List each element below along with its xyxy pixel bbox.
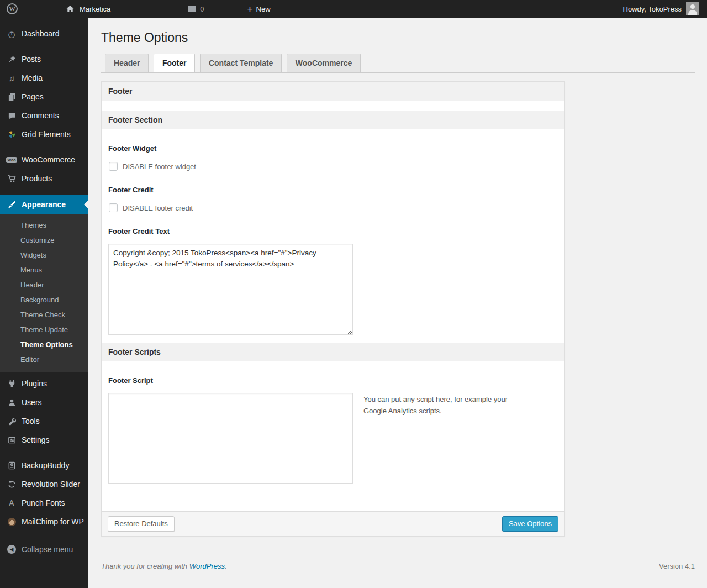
disable-footer-credit-checkbox[interactable] (109, 203, 118, 212)
footer-section-body: Footer Widget DISABLE footer widget Foot… (102, 129, 564, 343)
footer-script-textarea[interactable] (108, 393, 353, 484)
woocommerce-badge-icon: Woo (6, 157, 18, 163)
backup-drive-icon (6, 461, 18, 470)
posts-pin-icon (6, 55, 18, 64)
wordpress-link[interactable]: WordPress (189, 562, 225, 570)
sidebar-item-revolution-slider[interactable]: Revolution Slider (0, 475, 88, 494)
avatar (686, 2, 699, 15)
disable-footer-credit-label: DISABLE footer credit (123, 204, 193, 212)
comments-count: 0 (200, 5, 204, 13)
footer-script-help: You can put any script here, for example… (363, 385, 532, 417)
tab-footer[interactable]: Footer (154, 54, 196, 72)
page-title: Theme Options (101, 18, 695, 53)
restore-defaults-button[interactable]: Restore Defaults (108, 516, 175, 532)
mailchimp-monkey-icon (6, 518, 18, 526)
plug-icon (6, 380, 18, 388)
submenu-item-theme-options[interactable]: Theme Options (0, 337, 88, 352)
submenu-item-customize[interactable]: Customize (0, 233, 88, 248)
pages-icon (6, 93, 18, 101)
home-icon (64, 4, 76, 13)
footer-credit-text-textarea[interactable]: Copyright &copy; 2015 TokoPress<span><a … (108, 244, 353, 335)
admin-sidebar: ◷ Dashboard Posts ♫ Media Pages Comments (0, 18, 88, 588)
footer-script-label: Footer Script (108, 361, 558, 385)
footer-thanks: Thank you for creating with WordPress. (101, 562, 227, 570)
section-header-footer-section: Footer Section (102, 111, 564, 129)
footer-scripts-body: Footer Script You can put any script her… (102, 361, 564, 511)
sliders-icon (6, 436, 18, 444)
submenu-item-theme-update[interactable]: Theme Update (0, 322, 88, 337)
disable-footer-credit-row[interactable]: DISABLE footer credit (108, 203, 558, 212)
appearance-submenu: Themes Customize Widgets Menus Header Ba… (0, 214, 88, 372)
footer-credit-text-label: Footer Credit Text (108, 212, 558, 235)
tab-bar: Header Footer Contact Template WooCommer… (101, 53, 695, 73)
sidebar-item-plugins[interactable]: Plugins (0, 374, 88, 393)
sidebar-item-users[interactable]: Users (0, 393, 88, 412)
comment-bubble-icon (188, 6, 196, 12)
main-content: Theme Options Header Footer Contact Temp… (88, 18, 707, 588)
wrench-icon (6, 417, 18, 426)
save-options-button[interactable]: Save Options (502, 516, 558, 532)
plus-icon: + (247, 4, 253, 14)
collapse-arrow-icon: ◀ (6, 545, 18, 554)
site-link[interactable]: Marketica (61, 0, 114, 18)
comments-shortcut[interactable]: 0 (184, 0, 207, 18)
howdy-text: Howdy, TokoPress (623, 5, 682, 13)
tab-contact-template[interactable]: Contact Template (200, 54, 282, 72)
sidebar-item-tools[interactable]: Tools (0, 412, 88, 431)
comment-bubble-icon (6, 112, 18, 120)
submenu-item-widgets[interactable]: Widgets (0, 248, 88, 262)
submenu-item-header[interactable]: Header (0, 277, 88, 292)
tab-header[interactable]: Header (105, 54, 149, 72)
page-footer: Thank you for creating with WordPress. V… (101, 537, 695, 570)
footer-version: Version 4.1 (659, 562, 695, 570)
sidebar-item-dashboard[interactable]: ◷ Dashboard (0, 24, 88, 43)
letter-a-icon: A (6, 499, 18, 507)
submenu-item-theme-check[interactable]: Theme Check (0, 307, 88, 322)
sidebar-item-comments[interactable]: Comments (0, 106, 88, 125)
disable-footer-widget-checkbox[interactable] (109, 162, 118, 171)
sidebar-item-products[interactable]: Products (0, 169, 88, 188)
footer-credit-label: Footer Credit (108, 171, 558, 194)
sidebar-item-posts[interactable]: Posts (0, 50, 88, 69)
tab-woocommerce[interactable]: WooCommerce (287, 54, 361, 72)
sidebar-item-mailchimp[interactable]: MailChimp for WP (0, 512, 88, 531)
disable-footer-widget-row[interactable]: DISABLE footer widget (108, 162, 558, 171)
sidebar-item-pages[interactable]: Pages (0, 87, 88, 106)
admin-bar: W Marketica 0 + New Howdy, TokoPress (0, 0, 707, 18)
wordpress-menu[interactable]: W (3, 0, 21, 18)
grid-elements-pinwheel-icon (6, 130, 18, 139)
submenu-item-menus[interactable]: Menus (0, 262, 88, 277)
panel-actions: Restore Defaults Save Options (102, 511, 564, 536)
section-header-footer-scripts: Footer Scripts (102, 343, 564, 361)
panel-gap (102, 101, 564, 111)
site-name: Marketica (80, 5, 110, 13)
sidebar-item-woocommerce[interactable]: Woo WooCommerce (0, 150, 88, 169)
media-icon: ♫ (6, 74, 18, 82)
disable-footer-widget-label: DISABLE footer widget (123, 162, 196, 171)
paintbrush-icon (6, 201, 18, 209)
theme-options-panel: Footer Footer Section Footer Widget DISA… (101, 81, 565, 537)
cart-icon (6, 174, 18, 183)
sidebar-item-grid-elements[interactable]: Grid Elements (0, 125, 88, 144)
submenu-item-background[interactable]: Background (0, 292, 88, 307)
wordpress-logo-icon: W (7, 3, 18, 14)
footer-script-row: You can put any script here, for example… (108, 385, 558, 484)
new-content-menu[interactable]: + New (244, 0, 274, 18)
collapse-menu-button[interactable]: ◀ Collapse menu (0, 540, 88, 559)
sidebar-item-media[interactable]: ♫ Media (0, 69, 88, 87)
sidebar-item-appearance[interactable]: Appearance (0, 195, 88, 214)
footer-widget-label: Footer Widget (108, 129, 558, 153)
submenu-item-editor[interactable]: Editor (0, 352, 88, 367)
sidebar-item-settings[interactable]: Settings (0, 431, 88, 449)
new-label: New (256, 5, 271, 13)
submenu-item-themes[interactable]: Themes (0, 218, 88, 233)
person-icon (6, 398, 18, 407)
account-menu[interactable]: Howdy, TokoPress (620, 0, 703, 18)
sidebar-item-backupbuddy[interactable]: BackupBuddy (0, 456, 88, 475)
sidebar-item-punch-fonts[interactable]: A Punch Fonts (0, 494, 88, 512)
panel-title: Footer (102, 82, 564, 101)
refresh-arrows-icon (6, 480, 18, 489)
dashboard-icon: ◷ (6, 30, 18, 38)
